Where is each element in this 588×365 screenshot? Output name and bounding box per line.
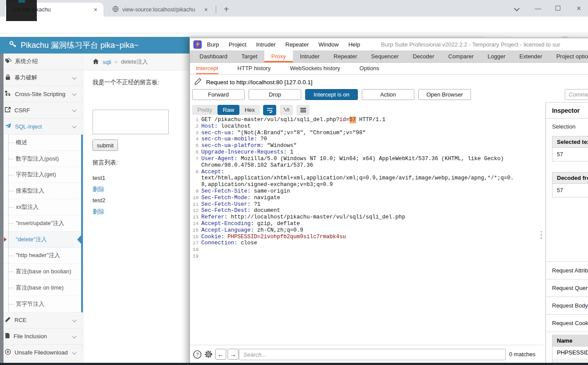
tab-repeater[interactable]: Repeater bbox=[327, 50, 364, 62]
mode-pretty[interactable]: Pretty bbox=[192, 105, 217, 115]
submenu-item-item[interactable]: 宽字节注入 bbox=[0, 296, 81, 312]
submenu-item-item[interactable]: 搜索型注入 bbox=[0, 183, 81, 199]
inspector-section-request-body-parameters[interactable]: Request Body Parameters bbox=[546, 297, 588, 315]
inspector-panel: Inspector Selection Selected text 57 Dec… bbox=[545, 102, 588, 365]
tab-dashboard[interactable]: Dashboard bbox=[192, 50, 235, 62]
inspector-section-request-cookies[interactable]: Request Cookies bbox=[546, 315, 588, 332]
menu-repeater[interactable]: Repeater bbox=[285, 41, 309, 48]
submenu-item-item[interactable]: 概述 bbox=[0, 135, 81, 151]
mode-raw[interactable]: Raw bbox=[217, 105, 239, 115]
tab-extender[interactable]: Extender bbox=[513, 50, 549, 62]
sidebar-item-file-inclusion[interactable]: File Inclusion bbox=[0, 329, 83, 345]
soft-wrap-toggle[interactable] bbox=[263, 105, 276, 115]
sidebar-item-unsafe-filedownload[interactable]: Unsafe Filedownload bbox=[0, 345, 83, 361]
chevron-down-icon bbox=[72, 124, 77, 129]
submenu-item-base-on-boolian[interactable]: 盲注(base on boolian) bbox=[0, 264, 81, 280]
sidebar-item-sql-inject[interactable]: SQL-Inject bbox=[0, 118, 83, 135]
settings-gear-icon[interactable] bbox=[203, 349, 214, 360]
sidebar-item-csrf[interactable]: CSRF bbox=[0, 102, 83, 118]
svg-text:?: ? bbox=[196, 352, 198, 357]
window-maximize-button[interactable] bbox=[551, 4, 564, 13]
editor-search-input[interactable] bbox=[239, 349, 506, 360]
inspector-section-request-query-parameters[interactable]: Request Query Parameters bbox=[546, 279, 588, 297]
search-prev-button[interactable]: ← bbox=[215, 349, 226, 360]
delete-link[interactable]: 删除 bbox=[93, 208, 105, 216]
submit-button[interactable]: submit bbox=[93, 140, 118, 151]
submenu-item-xx[interactable]: xx型注入 bbox=[0, 199, 81, 215]
external-link-icon bbox=[5, 107, 11, 114]
tab-sequencer[interactable]: Sequencer bbox=[364, 50, 406, 62]
forward-button[interactable]: Forward bbox=[192, 89, 245, 100]
mode-hex[interactable]: Hex bbox=[239, 105, 260, 115]
sidebar-item-rce[interactable]: RCE bbox=[0, 312, 83, 329]
decoded-value[interactable]: 57 bbox=[552, 184, 588, 197]
line-number: 7 bbox=[190, 156, 199, 162]
menu-burp[interactable]: Burp bbox=[207, 41, 219, 48]
submenu-item-http-header[interactable]: "http header"注入 bbox=[0, 248, 81, 264]
request-line: 15Accept-Language: zh-CN,zh;q=0.9 bbox=[190, 227, 543, 234]
tab-decoder[interactable]: Decoder bbox=[406, 50, 441, 62]
tab-project-options[interactable]: Project options bbox=[549, 50, 588, 62]
editor-menu-button[interactable] bbox=[296, 105, 310, 115]
tab-close-icon[interactable]: × bbox=[92, 6, 99, 13]
sidebar-item-cross-site-scripting[interactable]: Cross-Site Scripting bbox=[0, 86, 83, 102]
subtab-websockets-history[interactable]: WebSockets history bbox=[290, 63, 340, 74]
selected-text-value[interactable]: 57 bbox=[552, 148, 588, 161]
menu-window[interactable]: Window bbox=[318, 41, 339, 48]
menu-help[interactable]: Help bbox=[348, 41, 360, 48]
help-icon[interactable]: ? bbox=[192, 349, 203, 360]
window-close-button[interactable]: × bbox=[572, 4, 585, 13]
message-textarea[interactable] bbox=[93, 110, 169, 134]
tab-comparer[interactable]: Comparer bbox=[441, 50, 481, 62]
comment-input[interactable] bbox=[565, 89, 588, 100]
intercept-is-on-button[interactable]: Intercept is on bbox=[305, 89, 358, 100]
delete-link[interactable]: 删除 bbox=[93, 186, 105, 193]
submenu-item-post[interactable]: 数字型注入(post) bbox=[0, 151, 81, 167]
inspector-sections: Request AttributesRequest Query Paramete… bbox=[546, 261, 588, 365]
request-banner-text: Request to http://localhost:80 [127.0.0.… bbox=[206, 79, 312, 86]
panel-drag-handle[interactable] bbox=[541, 231, 542, 240]
sidebar-item-item[interactable]: 暴力破解 bbox=[0, 70, 83, 86]
window-restore-chevron[interactable] bbox=[510, 4, 523, 13]
browser-tab-view-source[interactable]: view-source:localhost/pikachu × bbox=[109, 3, 213, 17]
line-number: 11 bbox=[190, 201, 199, 208]
browser-toolbar: ← → × localhost/pikachu-master/vul/sqli/… bbox=[0, 17, 588, 33]
menu-project[interactable]: Project bbox=[228, 41, 246, 48]
tags-icon bbox=[5, 58, 11, 65]
sidebar-item-item[interactable]: 系统介绍 bbox=[0, 54, 83, 70]
subtab-intercept[interactable]: Intercept bbox=[196, 63, 218, 74]
home-icon[interactable] bbox=[93, 58, 99, 66]
line-number: 2 bbox=[190, 123, 199, 130]
search-next-button[interactable]: → bbox=[228, 349, 239, 360]
tab-logger[interactable]: Logger bbox=[481, 50, 512, 62]
tab-close-icon[interactable]: × bbox=[203, 6, 210, 13]
action-button[interactable]: Action bbox=[362, 89, 414, 100]
new-tab-button[interactable]: + bbox=[220, 4, 232, 16]
open-browser-button[interactable]: Open Browser bbox=[418, 89, 471, 100]
submenu-item-get[interactable]: 字符型注入(get) bbox=[0, 167, 81, 183]
submenu-item-delete[interactable]: "delete"注入 bbox=[0, 232, 81, 248]
inspector-section-request-attributes[interactable]: Request Attributes bbox=[546, 262, 588, 279]
breadcrumb-root[interactable]: sqli bbox=[103, 59, 111, 65]
breadcrumb: sqli > delete注入 bbox=[84, 54, 189, 71]
line-number: 15 bbox=[190, 227, 199, 234]
menu-intruder[interactable]: Intruder bbox=[256, 41, 276, 48]
subtab-http-history[interactable]: HTTP history bbox=[238, 63, 271, 74]
request-editor[interactable]: 1GET /pikachu-master/vul/sqli/sqli_del.p… bbox=[190, 117, 543, 345]
line-number: 16 bbox=[190, 234, 199, 240]
tab-intruder[interactable]: Intruder bbox=[293, 50, 327, 62]
line-number: 1 bbox=[190, 117, 199, 123]
window-minimize-button[interactable]: — bbox=[531, 4, 545, 13]
submenu-item-insert-update[interactable]: "insert/update"注入 bbox=[0, 215, 81, 232]
tab-proxy[interactable]: Proxy bbox=[264, 50, 293, 62]
drop-button[interactable]: Drop bbox=[249, 89, 301, 100]
cookie-name-cell[interactable]: PHPSESSID bbox=[552, 347, 588, 358]
tab-target[interactable]: Target bbox=[235, 50, 264, 62]
chevron-down-icon bbox=[72, 92, 77, 96]
request-line: 16Cookie: PHPSESSID=2ivohpfb2qum9silc7rm… bbox=[190, 234, 543, 240]
subtab-options[interactable]: Options bbox=[360, 63, 379, 74]
request-line: 12Sec-Fetch-Dest: document bbox=[190, 208, 543, 214]
show-newlines-toggle[interactable]: \n bbox=[280, 105, 293, 115]
submenu-item-base-on-time[interactable]: 盲注(base on time) bbox=[0, 280, 81, 296]
request-line: 4sec-ch-ua-mobile: ?0 bbox=[190, 136, 543, 143]
